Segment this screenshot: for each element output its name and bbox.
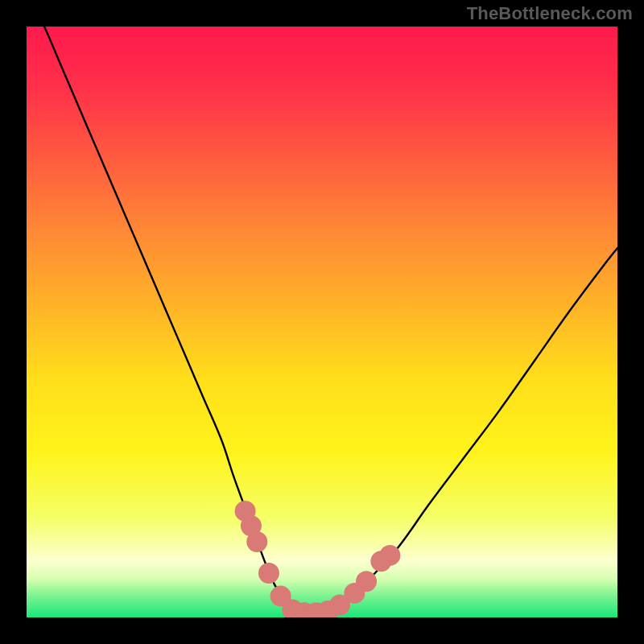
marker-point bbox=[356, 571, 377, 592]
bottleneck-chart bbox=[0, 0, 644, 644]
marker-point bbox=[246, 531, 267, 552]
marker-point bbox=[379, 545, 400, 566]
marker-point bbox=[258, 563, 279, 584]
gradient-background bbox=[27, 27, 617, 617]
attribution-label: TheBottleneck.com bbox=[467, 3, 633, 24]
